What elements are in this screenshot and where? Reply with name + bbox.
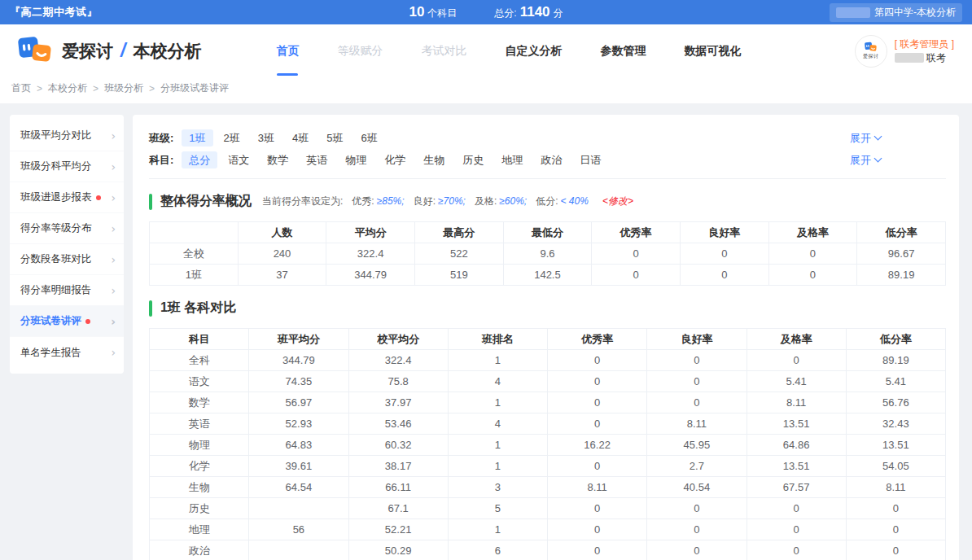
sidebar-item-2[interactable]: 班级分科平均分› (10, 151, 124, 182)
sidebar-item-8[interactable]: 单名学生报告› (10, 337, 124, 368)
sidebar-item-4[interactable]: 得分率等级分布› (10, 213, 124, 244)
value-cell: 67.1 (348, 498, 448, 519)
subject-chip-8[interactable]: 历史 (455, 151, 491, 168)
table-row: 英语52.9353.46408.1113.5132.43 (150, 413, 946, 435)
column-header: 校平均分 (348, 329, 448, 350)
subject-chip-1[interactable]: 总分 (182, 151, 217, 168)
overview-table: 人数平均分最高分最低分优秀率良好率及格率低分率全校240322.45229.60… (149, 221, 946, 286)
value-cell: 0 (747, 519, 846, 540)
app-logo-icon (18, 35, 54, 68)
value-cell: 74.35 (249, 371, 348, 392)
column-header: 班排名 (448, 329, 547, 350)
breadcrumb-item-1[interactable]: 首页 (11, 81, 31, 95)
subject-chip-9[interactable]: 地理 (494, 151, 530, 168)
value-cell: 0 (592, 265, 681, 286)
subject-chip-7[interactable]: 生物 (416, 151, 452, 168)
sidebar-item-3[interactable]: 班级进退步报表› (10, 182, 124, 213)
class-chip-1[interactable]: 1班 (182, 129, 212, 147)
column-header: 良好率 (647, 329, 747, 350)
breadcrumb-item-2[interactable]: 本校分析 (48, 81, 87, 95)
class-chip-5[interactable]: 5班 (319, 129, 350, 147)
subject-chip-10[interactable]: 政治 (533, 151, 569, 168)
subject-chip-4[interactable]: 英语 (299, 151, 335, 168)
sidebar-item-5[interactable]: 分数段各班对比› (10, 244, 124, 275)
value-cell: 0 (846, 519, 945, 540)
subject-chip-3[interactable]: 数学 (260, 151, 296, 168)
value-cell: 56 (249, 519, 348, 540)
subject-chip-6[interactable]: 化学 (377, 151, 413, 168)
subject-chip-5[interactable]: 物理 (338, 151, 374, 168)
value-cell: 519 (414, 265, 503, 286)
chevron-right-icon: › (111, 129, 116, 142)
subject-count: 10 个科目 (409, 4, 457, 20)
score-rate-criteria: 当前得分率设定为: 优秀:≥85%;良好:≥70%;及格:≥60%;低分:< 4… (262, 195, 633, 208)
class-chip-4[interactable]: 4班 (285, 129, 316, 147)
class-expand-link[interactable]: 展开 (850, 131, 881, 146)
school-badge[interactable]: 第四中学-本校分析 (830, 3, 962, 22)
nav-tab-5[interactable]: 参数管理 (600, 24, 646, 77)
row-label-cell: 语文 (150, 371, 249, 392)
value-cell: 1 (448, 519, 547, 540)
row-label-cell: 英语 (150, 413, 249, 435)
app-name: 爱探讨 (62, 40, 113, 63)
subject-chip-2[interactable]: 语文 (221, 151, 256, 168)
table-row: 1班37344.79519142.500089.19 (150, 265, 946, 286)
breadcrumb-item-4[interactable]: 分班级试卷讲评 (160, 81, 229, 95)
value-cell: 64.83 (249, 435, 348, 456)
value-cell: 4 (448, 371, 547, 392)
value-cell: 37 (238, 265, 326, 286)
value-cell: 8.11 (647, 413, 747, 435)
table-row: 政治50.2960000 (150, 540, 946, 560)
app-logo[interactable]: 爱探讨 / 本校分析 (18, 35, 201, 68)
sidebar-item-label: 班级进退步报表 (20, 190, 92, 204)
class-chip-3[interactable]: 3班 (251, 129, 282, 147)
nav-tab-6[interactable]: 数据可视化 (684, 24, 741, 77)
column-header: 及格率 (768, 222, 857, 243)
value-cell: 0 (768, 243, 857, 265)
modify-link[interactable]: <修改> (602, 195, 633, 208)
value-cell: 37.97 (348, 392, 448, 413)
class-chip-2[interactable]: 2班 (217, 129, 247, 147)
nav-tab-1[interactable]: 首页 (276, 24, 299, 77)
overview-section-title: 整体得分率概况 (160, 193, 252, 210)
avatar-logo-icon (864, 42, 878, 52)
subject-expand-link[interactable]: 展开 (850, 153, 881, 168)
value-cell: 4 (448, 413, 547, 435)
chevron-right-icon: › (111, 160, 116, 173)
criteria-items: 优秀:≥85%;良好:≥70%;及格:≥60%;低分:< 40% (352, 195, 589, 208)
value-cell: 0 (592, 243, 681, 265)
sidebar-item-7[interactable]: 分班试卷讲评› (10, 306, 124, 337)
value-cell: 1 (448, 456, 547, 477)
sidebar-item-1[interactable]: 班级平均分对比› (10, 120, 124, 151)
total-score-value: 1140 (520, 4, 550, 20)
value-cell: 344.79 (326, 265, 415, 286)
user-area[interactable]: 爱探讨 [ 联考管理员 ] 联考 (855, 35, 954, 68)
value-cell: 60.32 (348, 435, 448, 456)
subject-chip-11[interactable]: 日语 (572, 151, 608, 168)
value-cell: 1 (448, 350, 547, 371)
class-filter-row: 班级: 1班2班3班4班5班6班 展开 (149, 127, 946, 149)
value-cell: 9.6 (503, 243, 592, 265)
sidebar-item-6[interactable]: 得分率明细报告› (10, 275, 124, 306)
nav-tab-2[interactable]: 等级赋分 (337, 24, 383, 77)
column-header: 科目 (150, 329, 249, 350)
class-chip-6[interactable]: 6班 (354, 129, 385, 147)
value-cell: 0 (647, 371, 747, 392)
redacted-user-name (895, 53, 924, 63)
table-row: 化学39.6138.17102.713.5154.05 (150, 456, 946, 477)
value-cell: 0 (548, 540, 647, 560)
avatar[interactable]: 爱探讨 (855, 35, 887, 68)
value-cell: 0 (548, 350, 647, 371)
section-accent-bar (149, 194, 152, 210)
criteria-item-3: 及格:≥60%; (475, 195, 527, 208)
main-navbar: 爱探讨 / 本校分析 首页等级赋分考试对比自定义分析参数管理数据可视化 爱探讨 … (0, 24, 972, 77)
breadcrumb-item-3[interactable]: 班级分析 (104, 81, 143, 95)
row-label-cell: 生物 (150, 477, 249, 498)
value-cell: 50.29 (348, 540, 448, 560)
sidebar-item-label: 得分率明细报告 (20, 283, 92, 297)
value-cell: 322.4 (326, 243, 415, 265)
nav-tab-3[interactable]: 考试对比 (421, 24, 466, 77)
nav-tab-4[interactable]: 自定义分析 (505, 24, 562, 77)
school-badge-label: 第四中学-本校分析 (874, 6, 956, 20)
sidebar-item-label: 分数段各班对比 (20, 252, 92, 266)
